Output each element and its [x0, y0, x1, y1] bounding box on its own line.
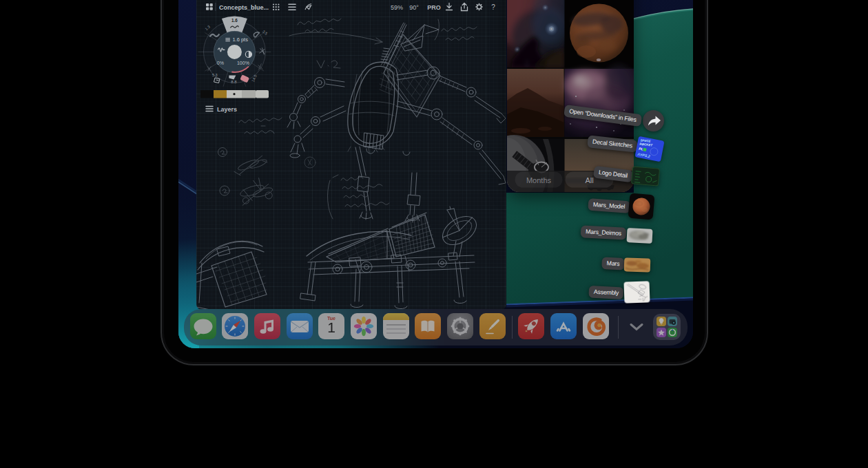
svg-text:Layers: Layers: [217, 106, 237, 113]
svg-text:1.3: 1.3: [204, 25, 211, 31]
svg-text:59%: 59%: [391, 4, 403, 11]
svg-text:1.6 pts: 1.6 pts: [232, 36, 248, 43]
svg-text:PL: PL: [639, 147, 643, 151]
svg-text:Concepts_blue...: Concepts_blue...: [219, 4, 269, 11]
svg-text:0%: 0%: [217, 61, 224, 65]
svg-text:90°: 90°: [409, 4, 419, 11]
svg-text:?: ?: [491, 3, 495, 11]
svg-text:All: All: [585, 176, 593, 184]
svg-text:Months: Months: [526, 176, 551, 184]
svg-text:5.3: 5.3: [212, 73, 218, 77]
svg-text:3.5: 3.5: [262, 29, 269, 35]
svg-text:ΛYP5.2: ΛYP5.2: [637, 152, 650, 159]
svg-text:1.6: 1.6: [231, 18, 238, 23]
svg-text:PRO: PRO: [427, 4, 441, 11]
svg-text:100%: 100%: [237, 61, 249, 65]
svg-text:8.8: 8.8: [231, 80, 237, 84]
